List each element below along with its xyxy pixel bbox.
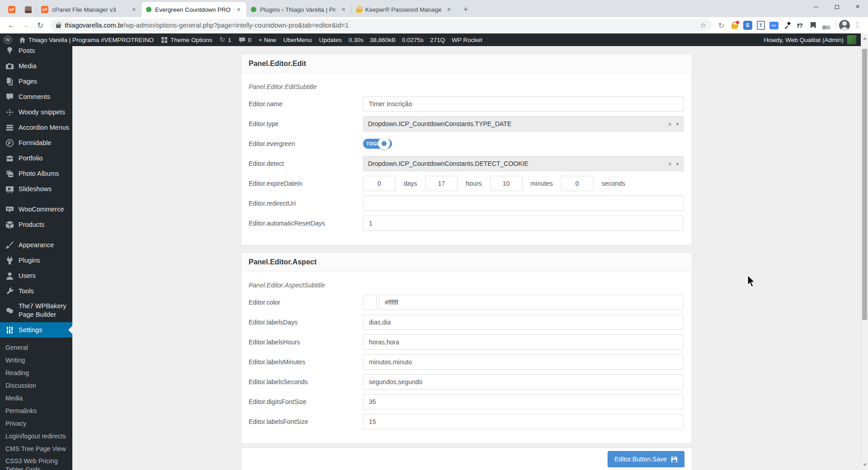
tab-close-icon[interactable] — [130, 5, 138, 14]
sidebar-item-photo-albums[interactable]: Photo Albums — [0, 166, 72, 181]
extension-code-icon[interactable]: </> — [768, 19, 780, 32]
extension-colorzilla-icon[interactable] — [781, 19, 793, 32]
submenu-item-reading[interactable]: Reading — [0, 367, 72, 379]
comments-menu[interactable]: 0 — [235, 33, 255, 46]
updates-menu[interactable]: Updates — [316, 33, 345, 46]
admin-bar-account[interactable]: Howdy, Web Qualitat (Admin) — [759, 35, 861, 44]
extension-fontfinder-icon[interactable]: f? — [794, 19, 806, 32]
bookmark-star-icon[interactable] — [700, 21, 706, 29]
profile-avatar[interactable] — [838, 19, 850, 32]
scrollbar-thumb[interactable] — [862, 49, 867, 320]
color-input[interactable] — [379, 295, 684, 310]
new-content-menu[interactable]: + New — [255, 33, 280, 46]
sidebar-item-appearance[interactable]: Appearance — [0, 237, 72, 253]
sidebar-item-woody-snippets[interactable]: Woody snippets — [0, 104, 72, 120]
extension-adblock-icon[interactable] — [715, 19, 727, 32]
wp-rocket-menu[interactable]: WP Rocket — [448, 33, 486, 46]
labels-days-input[interactable] — [363, 315, 684, 330]
tab-plugins[interactable]: Plugins ‹ Thiago Varella | Program — [246, 2, 351, 17]
sidebar-item-woocommerce[interactable]: Woo WooCommerce — [0, 202, 72, 217]
submenu-item-login-logout-redirects[interactable]: Login/logout redirects — [0, 430, 72, 442]
sidebar-item-users[interactable]: Users — [0, 268, 72, 283]
sidebar-item-formidable[interactable]: Formidable — [0, 135, 72, 150]
sidebar-item-products[interactable]: Products — [0, 217, 72, 232]
submenu-item-css3-pricing-tables[interactable]: CSS3 Web Pricing Tables Grids — [0, 455, 72, 470]
sidebar-item-plugins[interactable]: Plugins — [0, 253, 72, 268]
sidebar-item-slideshows[interactable]: Slideshows — [0, 181, 72, 197]
wp-logo-menu[interactable]: W — [0, 33, 15, 46]
submenu-item-privacy[interactable]: Privacy — [0, 417, 72, 430]
pinned-tab-cpanel[interactable]: cP — [4, 2, 20, 17]
labels-font-size-input[interactable] — [363, 414, 684, 429]
chevron-down-icon[interactable] — [676, 161, 679, 166]
minimize-button[interactable] — [806, 0, 826, 14]
submenu-item-writing[interactable]: Writing — [0, 354, 72, 367]
page-scrollbar[interactable] — [861, 33, 868, 470]
extension-keeper-icon[interactable] — [728, 19, 741, 32]
new-tab-button[interactable] — [459, 3, 472, 16]
extension-flag-icon[interactable] — [807, 19, 819, 32]
qm-query-time[interactable]: 0.0275s — [399, 33, 427, 46]
editor-detect-dropdown[interactable]: Dropdown.ICP_CountdownConstants.DETECT_C… — [363, 156, 684, 171]
theme-options-menu[interactable]: Theme Options — [157, 33, 216, 46]
automatic-reset-days-input[interactable] — [363, 216, 684, 231]
submenu-item-discussion[interactable]: Discussion — [0, 379, 72, 392]
back-button[interactable]: ← — [5, 19, 18, 32]
url-text[interactable]: thiagovarella.com.br/wp-admin/options-ge… — [65, 22, 349, 29]
ubermenu-menu[interactable]: UberMenu — [280, 33, 316, 46]
maximize-button[interactable] — [826, 0, 847, 14]
expire-days-input[interactable] — [363, 176, 396, 191]
sidebar-item-accordion-menus[interactable]: Accordion Menus — [0, 120, 72, 135]
forward-button[interactable]: → — [19, 19, 33, 32]
chevron-down-icon[interactable] — [676, 122, 679, 127]
qm-memory[interactable]: 38,860kB — [367, 33, 399, 46]
scroll-up-arrow-icon[interactable] — [863, 37, 867, 40]
redirect-uri-input[interactable] — [363, 196, 684, 211]
sidebar-item-the7-wpbakery[interactable]: The7 WPBakery Page Builder — [0, 299, 72, 322]
qm-time[interactable]: 0.30s — [345, 33, 367, 46]
tab-close-icon[interactable] — [235, 5, 243, 14]
tab-close-icon[interactable] — [340, 5, 348, 14]
tab-evergreen-countdown[interactable]: Evergreen Countdown PRO ‹ Thia — [142, 2, 246, 17]
expire-minutes-input[interactable] — [490, 176, 523, 191]
extension-similarweb-icon[interactable]: S — [741, 19, 754, 32]
close-button[interactable] — [847, 0, 868, 14]
sidebar-item-pages[interactable]: Pages — [0, 74, 72, 89]
sidebar-item-tools[interactable]: Tools — [0, 283, 72, 299]
labels-seconds-input[interactable] — [363, 374, 684, 390]
color-swatch[interactable] — [363, 295, 377, 310]
pinned-tab-site[interactable] — [20, 2, 36, 17]
tab-close-icon[interactable] — [445, 5, 453, 14]
sidebar-item-comments[interactable]: Comments — [0, 89, 72, 104]
labels-hours-input[interactable] — [363, 334, 684, 350]
reload-button[interactable]: ↻ — [33, 19, 47, 32]
save-button[interactable]: Editor.Button.Save — [608, 451, 684, 467]
submenu-item-cms-tree-page-view[interactable]: CMS Tree Page View — [0, 442, 72, 455]
sidebar-item-media[interactable]: Media — [0, 58, 72, 74]
submenu-item-permalinks[interactable]: Permalinks — [0, 404, 72, 417]
qm-queries[interactable]: 271Q — [427, 33, 448, 46]
updates-badge-menu[interactable]: ↻ 1 — [216, 33, 235, 46]
sidebar-item-portfolio[interactable]: Portfolio — [0, 150, 72, 166]
extension-sharing-hub-icon[interactable] — [820, 19, 832, 32]
digits-font-size-input[interactable] — [363, 394, 684, 409]
sidebar-item-settings[interactable]: Settings — [0, 322, 72, 338]
tab-cpanel-file-manager[interactable]: cP cPanel File Manager v3 — [37, 2, 142, 17]
browser-menu-button[interactable] — [851, 19, 863, 32]
submenu-item-general[interactable]: General — [0, 341, 72, 354]
editor-type-dropdown[interactable]: Dropdown.ICP_CountdownConstants.TYPE_DAT… — [363, 116, 684, 132]
address-box[interactable]: thiagovarella.com.br/wp-admin/options-ge… — [51, 19, 712, 32]
site-name-menu[interactable]: Thiago Varella | Programa #VEMPROTREINO — [15, 33, 157, 46]
extension-tag-assistant-icon[interactable]: T — [755, 19, 767, 32]
submenu-item-media[interactable]: Media — [0, 392, 72, 404]
editor-name-input[interactable] — [363, 96, 684, 112]
expire-hours-input[interactable] — [425, 176, 458, 191]
evergreen-toggle[interactable]: TOGGLE.YES — [363, 139, 392, 149]
clear-icon[interactable] — [663, 160, 676, 168]
https-lock-icon[interactable] — [56, 24, 61, 28]
sidebar-item-posts[interactable]: Posts — [0, 46, 72, 58]
clear-icon[interactable] — [663, 120, 676, 128]
expire-seconds-input[interactable] — [561, 176, 594, 191]
scroll-down-arrow-icon[interactable] — [863, 464, 867, 466]
labels-minutes-input[interactable] — [363, 354, 684, 370]
